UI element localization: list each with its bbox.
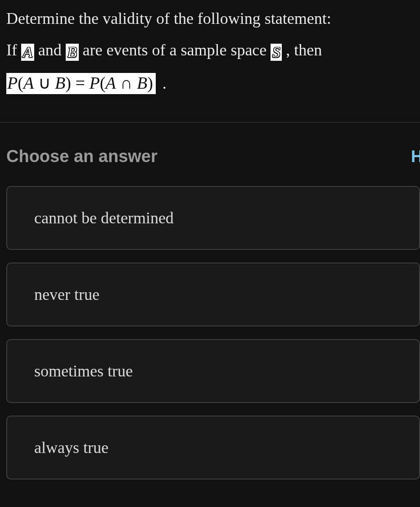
prompt-intro: Determine the validity of the following … [6,6,420,32]
math-formula: P(A ∪ B) = P(A ∩ B) [6,73,156,95]
period: . [163,74,167,92]
divider [0,122,420,122]
answer-option-3[interactable]: sometimes true [6,339,420,403]
answer-option-label: cannot be determined [34,208,174,227]
text-then: , then [286,41,322,59]
answer-option-label: never true [34,285,99,304]
text-if: If [6,41,21,59]
text-and: and [38,41,66,59]
hint-link[interactable]: H [411,147,420,166]
prompt-formula-line: P(A ∪ B) = P(A ∩ B) . [6,71,420,96]
prompt-line-2: If A and B are events of a sample space … [6,38,420,63]
answer-list: cannot be determined never true sometime… [6,186,420,480]
answer-option-2[interactable]: never true [6,263,420,326]
choose-answer-label: Choose an answer [6,147,158,166]
answer-option-label: sometimes true [34,362,133,380]
answer-option-1[interactable]: cannot be determined [6,186,420,250]
math-var-b: B [66,44,79,61]
math-var-s: S [271,44,282,61]
answer-option-label: always true [34,438,108,457]
math-var-a: A [21,44,34,61]
question-prompt: Determine the validity of the following … [6,6,420,96]
text-events: are events of a sample space [83,41,271,59]
answer-option-4[interactable]: always true [6,416,420,480]
